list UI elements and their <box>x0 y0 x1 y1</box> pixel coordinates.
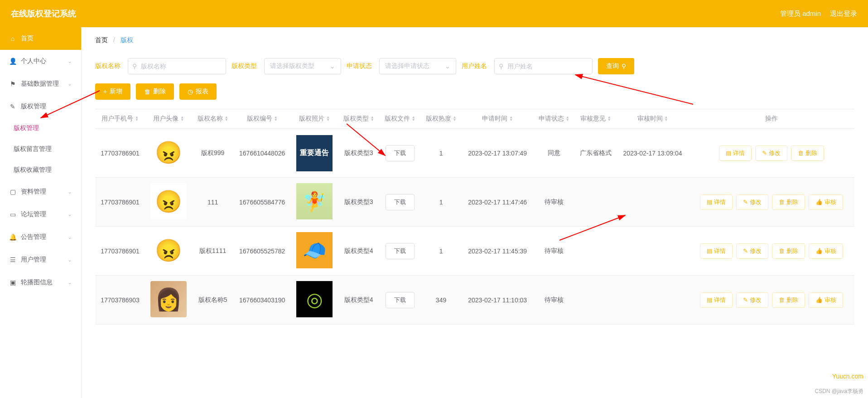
chevron-down-icon: ⌄ <box>68 279 72 286</box>
cell-apply-time: 2023-02-17 11:10:03 <box>462 276 533 325</box>
cell-review-opinion: 广东省格式 <box>574 129 617 178</box>
edit-icon: ✎ <box>743 296 748 303</box>
avatar-image <box>150 281 187 317</box>
sidebar-item-轮播图信息[interactable]: ▣轮播图信息⌄ <box>0 271 81 294</box>
detail-button[interactable]: ▤详情 <box>700 194 733 210</box>
sort-icon[interactable]: ▲▼ <box>274 116 278 121</box>
cell-avatar <box>145 129 192 178</box>
cell-heat: 1 <box>420 227 462 276</box>
thumbs-up-icon: 👍 <box>815 199 823 205</box>
table-row: 17703786901 版权1111 1676605525782 版权类型4 下… <box>95 227 854 276</box>
sidebar-item-用户管理[interactable]: ☰用户管理⌄ <box>0 248 81 271</box>
sidebar-item-label: 论坛管理 <box>21 210 46 218</box>
filter-type-select[interactable]: 请选择版权类型 ⌄ <box>264 58 341 74</box>
svg-line-1 <box>347 124 385 155</box>
watermark-yuucn: Yuucn.com <box>832 373 863 380</box>
sort-icon[interactable]: ▲▼ <box>566 116 569 121</box>
flag-icon: ⚑ <box>9 80 16 87</box>
admin-label[interactable]: 管理员 admin <box>780 10 821 18</box>
sidebar-item-个人中心[interactable]: 👤个人中心⌄ <box>0 50 81 73</box>
cell-review-time <box>617 276 688 325</box>
download-button[interactable]: 下载 <box>386 292 415 308</box>
filter-status-select[interactable]: 请选择申请状态 ⌄ <box>379 58 456 74</box>
search-icon: ⚲ <box>499 63 503 70</box>
avatar-image <box>150 134 187 170</box>
col-header-heat[interactable]: 版权热度▲▼ <box>420 109 462 129</box>
detail-icon: ▤ <box>726 150 731 156</box>
delete-row-button[interactable]: 🗑删除 <box>772 194 805 210</box>
detail-button[interactable]: ▤详情 <box>700 292 733 308</box>
col-header-apply_status[interactable]: 申请状态▲▼ <box>533 109 574 129</box>
cell-serial: 1676610448026 <box>233 129 291 178</box>
sort-icon[interactable]: ▲▼ <box>412 116 415 121</box>
users-icon: ☰ <box>9 256 16 263</box>
edit-icon: ✎ <box>743 248 748 254</box>
sort-icon[interactable]: ▲▼ <box>326 116 330 121</box>
cell-name: 版权999 <box>192 129 233 178</box>
sidebar-item-label: 资料管理 <box>21 188 46 196</box>
sort-icon[interactable]: ▲▼ <box>225 116 228 121</box>
delete-row-button[interactable]: 🗑删除 <box>772 243 805 259</box>
sort-icon[interactable]: ▲▼ <box>608 116 611 121</box>
sidebar-item-资料管理[interactable]: ▢资料管理⌄ <box>0 180 81 203</box>
chevron-down-icon: ⌄ <box>68 58 72 64</box>
cell-phone: 17703786903 <box>95 276 145 325</box>
delete-button[interactable]: 🗑 删除 <box>136 83 174 100</box>
audit-button[interactable]: 👍审核 <box>809 194 843 210</box>
copyright-photo <box>296 281 333 317</box>
detail-button[interactable]: ▤详情 <box>719 146 752 161</box>
download-button[interactable]: 下载 <box>386 145 415 161</box>
trash-icon: 🗑 <box>779 248 785 254</box>
detail-button[interactable]: ▤详情 <box>700 243 733 259</box>
edit-button[interactable]: ✎修改 <box>736 194 768 210</box>
edit-button[interactable]: ✎修改 <box>755 146 787 161</box>
home-icon: ⌂ <box>9 35 16 42</box>
report-button[interactable]: ◷ 报表 <box>179 83 217 100</box>
sort-icon[interactable]: ▲▼ <box>371 116 374 121</box>
forum-icon: ▭ <box>9 211 16 218</box>
download-button[interactable]: 下载 <box>386 194 415 210</box>
delete-row-button[interactable]: 🗑删除 <box>791 146 824 161</box>
header-right: 管理员 admin 退出登录 <box>780 10 857 18</box>
audit-button[interactable]: 👍审核 <box>809 292 843 308</box>
cell-photo: 重要通告 <box>291 129 338 178</box>
delete-row-button[interactable]: 🗑删除 <box>772 292 805 308</box>
search-button[interactable]: 查询 ⚲ <box>598 58 634 74</box>
sort-icon[interactable]: ▲▼ <box>453 116 457 121</box>
annotation-arrow <box>571 73 698 109</box>
filter-user-input[interactable] <box>494 58 593 74</box>
announce-icon: 🔔 <box>9 233 16 241</box>
sort-icon[interactable]: ▲▼ <box>180 116 184 121</box>
col-header-apply_time[interactable]: 申请时间▲▼ <box>462 109 533 129</box>
col-header-name[interactable]: 版权名称▲▼ <box>192 109 233 129</box>
col-header-serial[interactable]: 版权编号▲▼ <box>233 109 291 129</box>
sort-icon[interactable]: ▲▼ <box>509 116 513 121</box>
sidebar-item-论坛管理[interactable]: ▭论坛管理⌄ <box>0 203 81 226</box>
col-header-review_opinion[interactable]: 审核意见▲▼ <box>574 109 617 129</box>
edit-icon: ✎ <box>743 199 748 205</box>
sidebar-subitem-版权留言管理[interactable]: 版权留言管理 <box>0 139 81 160</box>
edit-button[interactable]: ✎修改 <box>736 243 768 259</box>
cell-heat: 349 <box>420 276 462 325</box>
audit-button[interactable]: 👍审核 <box>809 243 843 259</box>
sidebar-subitem-版权收藏管理[interactable]: 版权收藏管理 <box>0 160 81 180</box>
logout-link[interactable]: 退出登录 <box>830 10 857 18</box>
sort-icon[interactable]: ▲▼ <box>135 116 139 121</box>
breadcrumb-home[interactable]: 首页 <box>95 36 108 44</box>
sidebar-item-label: 公告管理 <box>21 233 46 241</box>
download-button[interactable]: 下载 <box>386 243 415 259</box>
sort-icon[interactable]: ▲▼ <box>665 116 668 121</box>
trash-icon: 🗑 <box>144 88 150 95</box>
action-row: + 新增 🗑 删除 ◷ 报表 <box>95 83 854 100</box>
col-header-photo[interactable]: 版权照片▲▼ <box>291 109 338 129</box>
col-header-avatar[interactable]: 用户头像▲▼ <box>145 109 192 129</box>
edit-button[interactable]: ✎修改 <box>736 292 768 308</box>
filter-name-input[interactable] <box>128 58 226 74</box>
col-header-review_time[interactable]: 审核时间▲▼ <box>617 109 688 129</box>
chevron-down-icon: ⌄ <box>445 63 450 70</box>
cell-serial: 1676603403190 <box>233 276 291 325</box>
avatar-image <box>150 183 187 219</box>
sidebar-item-首页[interactable]: ⌂首页 <box>0 27 81 50</box>
sidebar-item-公告管理[interactable]: 🔔公告管理⌄ <box>0 226 81 248</box>
filter-type-label: 版权类型 <box>231 62 257 70</box>
